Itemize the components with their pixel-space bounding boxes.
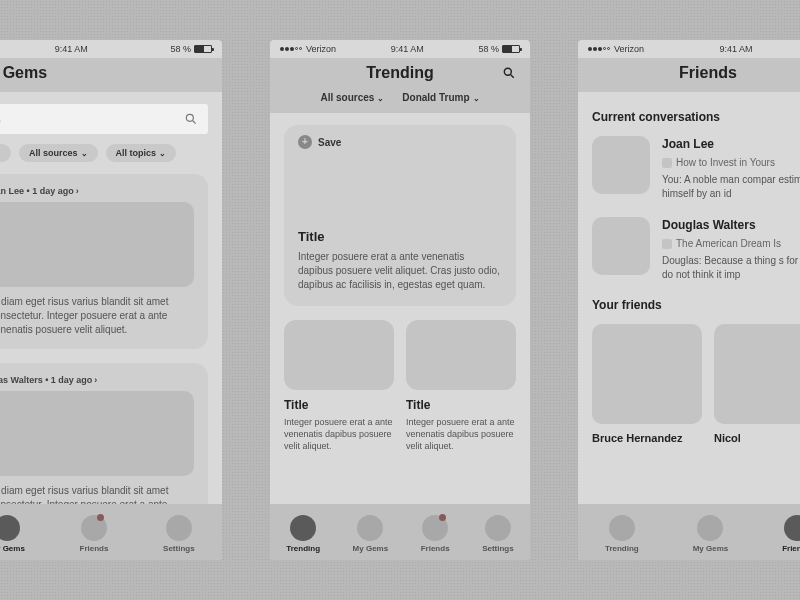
card-body: m diam eget risus varius blandit sit ame… [0, 484, 194, 504]
conv-article: The American Dream Is [662, 237, 800, 251]
navbar: Friends [578, 58, 800, 92]
status-battery: 58 % [478, 44, 520, 54]
card-meta: glas Walters • 1 day ago› [0, 375, 194, 385]
status-battery: 58 % [170, 44, 212, 54]
mini-title: Title [284, 398, 394, 412]
article-thumb-icon [662, 158, 672, 168]
screen-friends: Verizon 9:41 AM Friends Current conversa… [578, 40, 800, 560]
page-title: My Gems [0, 64, 210, 82]
badge-icon [439, 514, 446, 521]
section-current-conversations: Current conversations [592, 110, 800, 124]
status-time: 9:41 AM [720, 44, 753, 54]
svg-line-3 [511, 75, 514, 78]
feature-card[interactable]: +Save Title Integer posuere erat a ante … [284, 125, 516, 306]
svg-line-1 [193, 121, 196, 124]
tab-icon [166, 515, 192, 541]
status-bar: 9:41 AM 58 % [0, 40, 222, 58]
conv-message: You: A noble man compar estimates himsel… [662, 173, 800, 201]
friend-card[interactable]: Nicol [714, 324, 800, 444]
card-body: m diam eget risus varius blandit sit ame… [0, 295, 194, 337]
gem-card[interactable]: oan Lee • 1 day ago› m diam eget risus v… [0, 174, 208, 349]
filter-topic[interactable]: Donald Trump⌄ [402, 92, 479, 103]
page-title: Friends [590, 64, 800, 82]
pill-time[interactable]: e⌄ [0, 144, 11, 162]
tab-icon [697, 515, 723, 541]
avatar [592, 217, 650, 275]
tab-trending[interactable]: Trending [286, 515, 320, 553]
tab-friends[interactable]: Friends [421, 515, 450, 553]
tab-settings[interactable]: Settings [482, 515, 514, 553]
search-input[interactable]: ms [0, 104, 208, 134]
status-carrier: Verizon [588, 44, 644, 54]
tab-icon [0, 515, 20, 541]
pill-sources[interactable]: All sources⌄ [19, 144, 98, 162]
search-button[interactable] [502, 66, 516, 84]
tab-icon [784, 515, 800, 541]
conv-article: How to Invest in Yours [662, 156, 800, 170]
filter-pills: e⌄ All sources⌄ All topics⌄ [0, 144, 208, 162]
conv-name: Douglas Walters [662, 217, 800, 234]
tab-bar: My Gems Friends Settings [0, 504, 222, 560]
signal-icon [588, 47, 610, 51]
plus-icon: + [298, 135, 312, 149]
filter-sources[interactable]: All sources⌄ [320, 92, 384, 103]
search-icon [502, 66, 516, 80]
screen-my-gems: 9:41 AM 58 % My Gems ms e⌄ All sources⌄ … [0, 40, 222, 560]
mini-image [284, 320, 394, 390]
signal-icon [280, 47, 302, 51]
conversation-item[interactable]: Joan Lee How to Invest in Yours You: A n… [592, 136, 800, 201]
filter-row: All sources⌄ Donald Trump⌄ [270, 92, 530, 113]
tab-icon [290, 515, 316, 541]
navbar: Trending [270, 58, 530, 92]
search-placeholder: ms [0, 113, 1, 125]
svg-point-0 [186, 114, 193, 121]
tab-friends[interactable]: Friends [782, 515, 800, 553]
svg-point-2 [504, 68, 511, 75]
status-time: 9:41 AM [391, 44, 424, 54]
status-bar: Verizon 9:41 AM 58 % [270, 40, 530, 58]
card-image [0, 202, 194, 287]
mini-image [406, 320, 516, 390]
mini-body: Integer posuere erat a ante venenatis da… [284, 416, 394, 452]
friend-avatar [592, 324, 702, 424]
friend-name: Bruce Hernandez [592, 432, 702, 444]
friend-card[interactable]: Bruce Hernandez [592, 324, 702, 444]
tab-my-gems[interactable]: My Gems [353, 515, 389, 553]
tab-icon [609, 515, 635, 541]
tab-my-gems[interactable]: My Gems [0, 515, 25, 553]
status-bar: Verizon 9:41 AM [578, 40, 800, 58]
tab-icon [357, 515, 383, 541]
save-button[interactable]: +Save [284, 125, 516, 149]
mini-card[interactable]: Title Integer posuere erat a ante venena… [406, 320, 516, 452]
article-thumb-icon [662, 239, 672, 249]
tab-trending[interactable]: Trending [605, 515, 639, 553]
friend-avatar [714, 324, 800, 424]
card-meta: oan Lee • 1 day ago› [0, 186, 194, 196]
section-your-friends: Your friends [592, 298, 800, 312]
gem-card[interactable]: glas Walters • 1 day ago› m diam eget ri… [0, 363, 208, 504]
chevron-right-icon: › [94, 375, 97, 385]
conversation-item[interactable]: Douglas Walters The American Dream Is Do… [592, 217, 800, 282]
status-time: 9:41 AM [55, 44, 88, 54]
tab-settings[interactable]: Settings [163, 515, 195, 553]
mini-body: Integer posuere erat a ante venenatis da… [406, 416, 516, 452]
pill-topics[interactable]: All topics⌄ [106, 144, 177, 162]
friend-name: Nicol [714, 432, 800, 444]
mini-card[interactable]: Title Integer posuere erat a ante venena… [284, 320, 394, 452]
avatar [592, 136, 650, 194]
feature-image [284, 149, 516, 219]
chevron-right-icon: › [76, 186, 79, 196]
navbar: My Gems [0, 58, 222, 92]
mini-title: Title [406, 398, 516, 412]
tab-friends[interactable]: Friends [80, 515, 109, 553]
card-image [0, 391, 194, 476]
feature-body: Integer posuere erat a ante venenatis da… [298, 250, 502, 292]
tab-bar: Trending My Gems Friends [578, 504, 800, 560]
tab-bar: Trending My Gems Friends Settings [270, 504, 530, 560]
status-carrier: Verizon [280, 44, 336, 54]
page-title: Trending [282, 64, 518, 82]
conv-name: Joan Lee [662, 136, 800, 153]
search-icon [184, 112, 198, 126]
conv-message: Douglas: Because a thing s for you, do n… [662, 254, 800, 282]
tab-my-gems[interactable]: My Gems [693, 515, 729, 553]
